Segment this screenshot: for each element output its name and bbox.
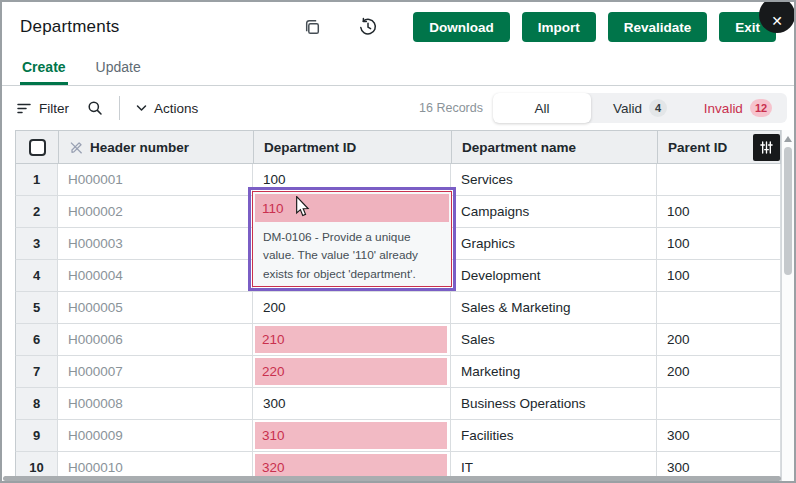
cell-header-number: H000003	[58, 228, 253, 260]
cell-department-name[interactable]: Facilities	[451, 420, 657, 452]
column-parent-id[interactable]: Parent ID	[658, 131, 781, 164]
cell-department-id[interactable]: 310	[253, 420, 451, 452]
cell-department-name[interactable]: Marketing	[451, 356, 657, 388]
cell-parent-id[interactable]: 200	[657, 324, 781, 356]
page-title: Departments	[20, 17, 120, 37]
download-button[interactable]: Download	[413, 12, 510, 42]
mouse-cursor	[295, 196, 310, 217]
filter-invalid-segment[interactable]: Invalid 12	[689, 93, 787, 123]
table-header: Header number Department ID Department n…	[15, 130, 781, 164]
select-all-checkbox[interactable]	[29, 139, 46, 156]
actions-label: Actions	[154, 101, 198, 116]
validation-popover: 110 DM-0106 - Provide a unique value. Th…	[252, 191, 452, 287]
tab-create[interactable]: Create	[20, 52, 68, 85]
select-all-cell	[16, 131, 59, 164]
cell-parent-id[interactable]: 100	[657, 196, 781, 228]
row-number[interactable]: 4	[15, 260, 58, 292]
vertical-scroll-thumb[interactable]	[784, 147, 792, 275]
no-edit-icon	[69, 140, 84, 155]
toolbar-divider	[119, 96, 120, 120]
records-count: 16 Records	[419, 101, 483, 115]
table-row: 8H000008300Business Operations	[15, 388, 781, 420]
column-header-number[interactable]: Header number	[59, 131, 254, 164]
selected-department-id-cell[interactable]: 110	[255, 194, 449, 222]
column-label: Department ID	[264, 140, 356, 155]
search-button[interactable]	[87, 100, 103, 116]
cell-header-number: H000002	[58, 196, 253, 228]
filter-valid-segment[interactable]: Valid 4	[591, 93, 689, 123]
row-number[interactable]: 1	[15, 164, 58, 196]
cell-parent-id[interactable]: 300	[657, 420, 781, 452]
column-department-id[interactable]: Department ID	[254, 131, 452, 164]
scroll-up-arrow-icon[interactable]	[784, 136, 792, 142]
invalid-value[interactable]: 210	[255, 326, 447, 353]
horizontal-scrollbar[interactable]	[3, 476, 781, 481]
row-number[interactable]: 5	[15, 292, 58, 324]
cell-header-number: H000006	[58, 324, 253, 356]
table-row: 7H000007220Marketing200	[15, 356, 781, 388]
filter-valid-label: Valid	[613, 101, 642, 116]
cell-department-name[interactable]: Campaigns	[451, 196, 657, 228]
tab-bar: Create Update	[2, 52, 794, 86]
cell-department-name[interactable]: Sales & Marketing	[451, 292, 657, 324]
history-icon[interactable]	[357, 16, 379, 38]
chevron-down-icon	[136, 104, 147, 112]
valid-count-badge: 4	[649, 99, 667, 117]
cell-header-number: H000004	[58, 260, 253, 292]
cell-department-name[interactable]: Sales	[451, 324, 657, 356]
column-label: Header number	[90, 140, 189, 155]
cell-parent-id[interactable]	[657, 292, 781, 324]
row-number[interactable]: 8	[15, 388, 58, 420]
table-row: 9H000009310Facilities300	[15, 420, 781, 452]
validity-filter: All Valid 4 Invalid 12	[493, 93, 787, 123]
invalid-count-badge: 12	[750, 99, 772, 117]
cell-parent-id[interactable]: 200	[657, 356, 781, 388]
cell-department-name[interactable]: Services	[451, 164, 657, 196]
cell-parent-id[interactable]: 100	[657, 228, 781, 260]
invalid-value[interactable]: 220	[255, 358, 447, 385]
row-number[interactable]: 2	[15, 196, 58, 228]
cell-department-id[interactable]: 210	[253, 324, 451, 356]
column-department-name[interactable]: Department name	[452, 131, 658, 164]
column-settings-button[interactable]	[753, 134, 780, 161]
selected-cell-value: 110	[262, 201, 284, 216]
cell-department-id[interactable]: 220	[253, 356, 451, 388]
row-number[interactable]: 6	[15, 324, 58, 356]
filter-icon	[16, 100, 32, 116]
cell-header-number: H000001	[58, 164, 253, 196]
filter-button[interactable]: Filter	[16, 100, 69, 116]
cell-parent-id[interactable]	[657, 164, 781, 196]
invalid-value[interactable]: 310	[255, 422, 447, 449]
cell-header-number: H000007	[58, 356, 253, 388]
row-number[interactable]: 9	[15, 420, 58, 452]
table-row: 6H000006210Sales200	[15, 324, 781, 356]
revalidate-button[interactable]: Revalidate	[608, 12, 708, 42]
departments-window: Departments Download Import Revalidate E…	[0, 0, 796, 483]
cell-department-id[interactable]: 300	[253, 388, 451, 420]
cell-header-number: H000008	[58, 388, 253, 420]
table-row: 5H000005200Sales & Marketing	[15, 292, 781, 324]
copy-icon[interactable]	[301, 16, 323, 38]
cell-parent-id[interactable]	[657, 388, 781, 420]
row-number[interactable]: 7	[15, 356, 58, 388]
cell-department-name[interactable]: Development	[451, 260, 657, 292]
tab-update[interactable]: Update	[94, 52, 143, 85]
row-number[interactable]: 3	[15, 228, 58, 260]
table-zone: Header number Department ID Department n…	[2, 130, 794, 481]
vertical-scrollbar[interactable]	[781, 130, 794, 481]
filter-invalid-label: Invalid	[704, 101, 743, 116]
actions-menu[interactable]: Actions	[136, 101, 198, 116]
column-label: Parent ID	[668, 140, 727, 155]
cell-header-number: H000005	[58, 292, 253, 324]
cell-parent-id[interactable]: 100	[657, 260, 781, 292]
search-icon	[87, 100, 103, 116]
filter-all-segment[interactable]: All	[493, 93, 591, 123]
cell-department-id[interactable]: 200	[253, 292, 451, 324]
toolbar: Filter Actions 16 Records All	[2, 86, 794, 130]
filter-label: Filter	[39, 101, 69, 116]
column-label: Department name	[462, 140, 576, 155]
import-button[interactable]: Import	[522, 12, 596, 42]
cell-department-name[interactable]: Graphics	[451, 228, 657, 260]
cell-department-name[interactable]: Business Operations	[451, 388, 657, 420]
filter-all-label: All	[534, 101, 549, 116]
